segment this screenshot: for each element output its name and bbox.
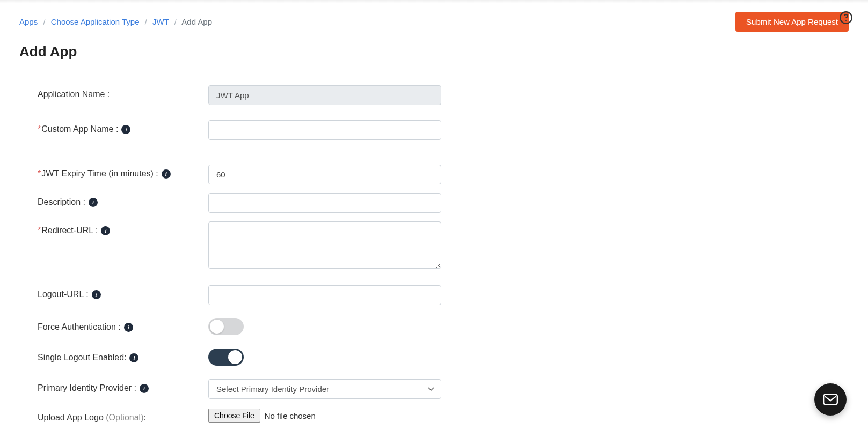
info-icon[interactable]: i (124, 323, 133, 332)
force-auth-label: Force Authentication : i (19, 318, 208, 332)
single-logout-label: Single Logout Enabled: i (19, 349, 208, 362)
force-auth-toggle[interactable] (208, 318, 244, 335)
primary-idp-label: Primary Identity Provider : i (19, 379, 208, 393)
breadcrumb-choose-type[interactable]: Choose Application Type (51, 17, 140, 26)
info-icon[interactable]: i (140, 384, 149, 393)
info-icon[interactable]: i (101, 226, 110, 235)
svg-point-1 (845, 20, 847, 21)
info-icon[interactable]: i (92, 290, 101, 299)
upload-logo-label: Upload App Logo (Optional): (19, 409, 208, 423)
divider (9, 70, 859, 70)
description-input[interactable] (208, 193, 441, 213)
page-title: Add App (0, 32, 868, 70)
info-icon[interactable]: i (89, 198, 98, 207)
info-icon[interactable]: i (121, 125, 130, 134)
logout-url-input[interactable] (208, 285, 441, 305)
logout-url-label: Logout-URL : i (19, 285, 208, 299)
svg-rect-2 (823, 395, 837, 405)
custom-app-name-label: *Custom App Name : i (19, 120, 208, 134)
chat-fab[interactable] (814, 383, 847, 416)
breadcrumb-jwt[interactable]: JWT (152, 17, 169, 26)
jwt-expiry-input[interactable] (208, 165, 441, 184)
info-icon[interactable]: i (129, 353, 138, 362)
description-label: Description : i (19, 193, 208, 207)
file-status: No file chosen (265, 411, 316, 420)
breadcrumb-sep: / (43, 17, 45, 26)
jwt-expiry-label: *JWT Expiry Time (in minutes) : i (19, 165, 208, 179)
breadcrumb-apps[interactable]: Apps (19, 17, 38, 26)
breadcrumb-sep: / (145, 17, 147, 26)
custom-app-name-input[interactable] (208, 120, 441, 140)
info-icon[interactable]: i (162, 169, 171, 179)
application-name-label: Application Name : (19, 85, 208, 99)
submit-new-app-button[interactable]: Submit New App Request (735, 12, 849, 32)
breadcrumb-sep: / (174, 17, 177, 26)
application-name-input (208, 85, 441, 105)
breadcrumb-current: Add App (181, 17, 212, 26)
breadcrumb: Apps / Choose Application Type / JWT / A… (19, 17, 212, 26)
redirect-url-input[interactable] (208, 221, 441, 269)
help-icon[interactable] (839, 11, 853, 25)
redirect-url-label: *Redirect-URL : i (19, 221, 208, 235)
choose-file-button[interactable]: Choose File (208, 409, 260, 423)
primary-idp-select[interactable]: Select Primary Identity Provider (208, 379, 441, 399)
single-logout-toggle[interactable] (208, 349, 244, 366)
